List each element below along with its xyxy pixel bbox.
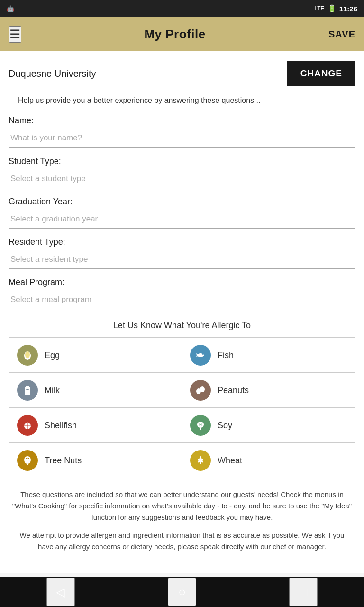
wheat-label: Wheat	[218, 456, 242, 466]
allergy-section-title: Let Us Know What You're Allergic To	[9, 321, 355, 331]
menu-button[interactable]: ☰	[9, 26, 21, 43]
android-icon: 🤖	[7, 5, 14, 12]
allergy-item-milk[interactable]: Milk	[9, 373, 182, 408]
help-text: Help us provide you a better experience …	[9, 95, 355, 106]
allergy-item-peanuts[interactable]: Peanuts	[182, 373, 355, 408]
treenuts-label: Tree Nuts	[45, 456, 82, 466]
allergy-item-treenuts[interactable]: Tree Nuts	[9, 443, 182, 478]
allergy-item-fish[interactable]: Fish	[182, 338, 355, 373]
fish-icon	[190, 345, 211, 366]
bottom-nav: ◁ ○ □	[0, 577, 364, 607]
wheat-icon	[190, 450, 211, 471]
name-input[interactable]	[9, 129, 355, 148]
graduation-year-field-group: Graduation Year: Select a graduation yea…	[9, 197, 355, 229]
footer-text-section: These questions are included so that we …	[9, 489, 355, 552]
allergy-item-egg[interactable]: Egg	[9, 338, 182, 373]
hamburger-icon: ☰	[9, 27, 20, 41]
treenuts-icon	[17, 450, 38, 471]
name-label: Name:	[9, 116, 355, 126]
svg-point-17	[200, 456, 201, 459]
shellfish-label: Shellfish	[45, 421, 77, 431]
shellfish-icon	[17, 415, 38, 436]
page-title: My Profile	[144, 27, 205, 42]
meal-program-field-group: Meal Program: Select a meal program	[9, 277, 355, 309]
allergy-section: Let Us Know What You're Allergic To Egg	[9, 321, 355, 478]
svg-rect-3	[26, 386, 29, 387]
graduation-year-label: Graduation Year:	[9, 197, 355, 207]
status-bar-right: LTE 🔋 11:26	[315, 4, 358, 13]
save-button[interactable]: SAVE	[328, 29, 355, 40]
status-bar: 🤖 LTE 🔋 11:26	[0, 0, 364, 17]
milk-icon	[17, 380, 38, 401]
soy-icon	[190, 415, 211, 436]
svg-point-6	[200, 386, 205, 392]
footer-text-2: We attempt to provide allergen and ingre…	[11, 530, 353, 552]
svg-point-2	[202, 354, 203, 355]
student-type-select[interactable]: Select a student type	[9, 169, 355, 188]
name-field-group: Name:	[9, 116, 355, 148]
main-content: Duquesne University CHANGE Help us provi…	[0, 51, 364, 573]
allergy-item-shellfish[interactable]: Shellfish	[9, 408, 182, 443]
institution-name: Duquesne University	[9, 68, 96, 79]
fish-label: Fish	[218, 350, 234, 360]
time-display: 11:26	[339, 5, 357, 13]
recent-apps-button[interactable]: □	[289, 578, 318, 606]
allergy-item-soy[interactable]: Soy	[182, 408, 355, 443]
app-bar: ☰ My Profile SAVE	[0, 17, 364, 51]
milk-label: Milk	[45, 386, 60, 395]
svg-rect-7	[200, 390, 201, 391]
change-button[interactable]: CHANGE	[287, 61, 355, 86]
allergy-grid: Egg Fish	[9, 337, 355, 478]
institution-row: Duquesne University CHANGE	[9, 61, 355, 86]
battery-icon: 🔋	[328, 4, 337, 13]
peanuts-icon	[190, 380, 211, 401]
signal-icon: LTE	[315, 5, 325, 12]
resident-type-field-group: Resident Type: Select a resident type	[9, 237, 355, 269]
meal-program-select[interactable]: Select a meal program	[9, 290, 355, 309]
allergy-item-wheat[interactable]: Wheat	[182, 443, 355, 478]
svg-point-1	[25, 351, 30, 358]
resident-type-label: Resident Type:	[9, 237, 355, 247]
meal-program-label: Meal Program:	[9, 277, 355, 287]
student-type-label: Student Type:	[9, 156, 355, 166]
back-button[interactable]: ◁	[46, 578, 75, 606]
footer-text-1: These questions are included so that we …	[11, 489, 353, 523]
egg-label: Egg	[45, 350, 60, 360]
soy-label: Soy	[218, 421, 232, 431]
svg-point-10	[24, 456, 31, 464]
status-bar-left: 🤖	[7, 5, 14, 12]
egg-icon	[17, 345, 38, 366]
svg-rect-4	[26, 389, 29, 390]
resident-type-select[interactable]: Select a resident type	[9, 250, 355, 269]
student-type-field-group: Student Type: Select a student type	[9, 156, 355, 188]
graduation-year-select[interactable]: Select a graduation year	[9, 210, 355, 229]
home-button[interactable]: ○	[168, 578, 196, 606]
peanuts-label: Peanuts	[218, 386, 249, 395]
